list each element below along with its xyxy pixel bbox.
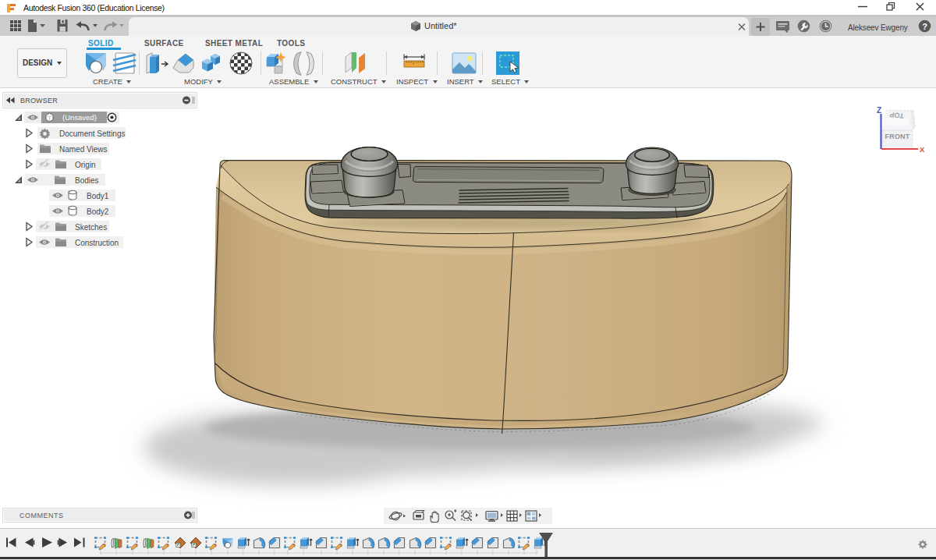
svg-text:Document Settings: Document Settings <box>59 129 126 138</box>
svg-text:(Unsaved): (Unsaved) <box>62 113 97 122</box>
svg-text:Body2: Body2 <box>87 207 109 216</box>
svg-text:Z: Z <box>877 106 881 115</box>
svg-text:Body1: Body1 <box>87 192 109 200</box>
svg-text:Construction: Construction <box>75 239 119 247</box>
svg-text:?: ? <box>922 22 927 31</box>
svg-text:Bodies: Bodies <box>75 176 99 185</box>
svg-text:X: X <box>920 145 925 154</box>
svg-text:COMMENTS: COMMENTS <box>20 512 64 519</box>
svg-text:Sketches: Sketches <box>75 223 107 232</box>
svg-text:Origin: Origin <box>75 161 96 169</box>
svg-text:BROWSER: BROWSER <box>20 97 58 105</box>
svg-text:FRONT: FRONT <box>885 133 910 140</box>
svg-text:Named Views: Named Views <box>59 145 108 154</box>
svg-text:TOP: TOP <box>889 111 904 120</box>
